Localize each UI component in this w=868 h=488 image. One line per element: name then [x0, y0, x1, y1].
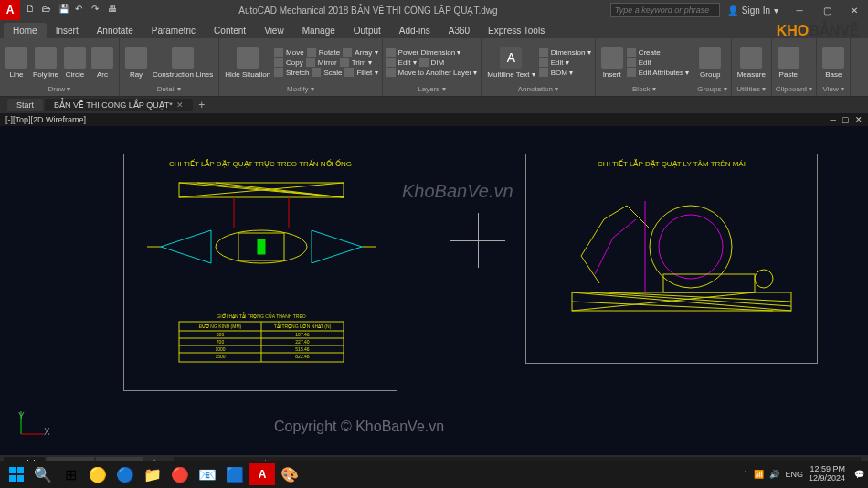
edit-block-button[interactable]: Edit	[627, 58, 690, 67]
sign-in-label: Sign In	[742, 5, 770, 16]
panel-group-label: Groups ▾	[697, 84, 726, 94]
copy-button[interactable]: Copy Mirror Trim ▾	[274, 58, 377, 67]
move-button[interactable]: Move Rotate Array ▾	[274, 48, 377, 57]
explorer-icon[interactable]: 📁	[140, 463, 165, 485]
panel-clipboard: Paste Clipboard ▾	[772, 38, 817, 96]
svg-line-32	[572, 292, 791, 311]
file-tab-active[interactable]: BẢN VẼ THI CÔNG LẮP QUẠT*✕	[45, 99, 193, 111]
svg-point-40	[755, 270, 773, 288]
create-block-button[interactable]: Create	[627, 48, 690, 57]
tab-output[interactable]: Output	[344, 23, 390, 38]
tab-content[interactable]: Content	[205, 23, 255, 38]
vp-max-icon[interactable]: ▢	[842, 115, 850, 124]
drawing-canvas[interactable]: CHI TIẾT LẮP ĐẶT QUẠT TRỤC TREO TRẦN NỐI…	[0, 126, 868, 455]
drawing-frame-left: CHI TIẾT LẮP ĐẶT QUẠT TRỤC TREO TRẦN NỐI…	[123, 154, 397, 391]
edit-layer-button[interactable]: Edit ▾ DIM	[386, 58, 478, 67]
ray-button[interactable]: Ray	[123, 45, 149, 80]
panel-clipboard-label: Clipboard ▾	[776, 84, 812, 94]
arc-button[interactable]: Arc	[90, 45, 115, 80]
svg-text:ĐƯỜNG KÍNH (MM): ĐƯỜNG KÍNH (MM)	[199, 324, 242, 329]
panel-utilities: Measure Utilities ▾	[732, 38, 772, 96]
paste-button[interactable]: Paste	[776, 45, 801, 80]
bom-button[interactable]: BOM ▾	[539, 68, 591, 77]
tab-addins[interactable]: Add-ins	[390, 23, 439, 38]
system-tray[interactable]: ˄ 📶 🔊 ENG 12:59 PM12/9/2024 💬	[744, 465, 864, 483]
hide-situation-button[interactable]: Hide Situation	[223, 45, 272, 80]
group-button[interactable]: Group	[697, 45, 723, 80]
taskbar-clock[interactable]: 12:59 PM12/9/2024	[809, 465, 849, 483]
close-tab-icon[interactable]: ✕	[176, 101, 184, 110]
svg-rect-47	[17, 475, 24, 482]
svg-text:GIỚI HẠN TẢI TRỌNG CỦA THANH T: GIỚI HẠN TẢI TRỌNG CỦA THANH TREO	[217, 312, 305, 319]
vp-close-icon[interactable]: ✕	[855, 115, 863, 124]
search-icon[interactable]: 🔍	[30, 463, 56, 485]
tab-home[interactable]: Home	[4, 23, 47, 38]
task-view-icon[interactable]: ⊞	[58, 463, 83, 485]
panel-utilities-label: Utilities ▾	[736, 84, 767, 94]
vp-min-icon[interactable]: ─	[831, 115, 836, 124]
polyline-button[interactable]: Polyline	[31, 45, 60, 80]
svg-text:515.46: 515.46	[295, 346, 310, 352]
multiline-text-button[interactable]: AMultiline Text ▾	[485, 45, 536, 80]
edit-anno-button[interactable]: Edit ▾	[539, 58, 591, 67]
start-button[interactable]	[4, 463, 29, 485]
viewport-header: [-][Top][2D Wireframe] ─▢✕	[0, 113, 868, 126]
maximize-button[interactable]: ▢	[813, 0, 841, 20]
autocad-logo[interactable]: A	[0, 0, 20, 20]
panel-detail-label: Detail ▾	[123, 84, 215, 94]
help-search-input[interactable]	[610, 3, 720, 17]
svg-text:822.48: 822.48	[295, 354, 310, 359]
language-indicator[interactable]: ENG	[785, 470, 803, 479]
dimension-button[interactable]: Dimension ▾	[539, 48, 591, 57]
autocad-taskbar-icon[interactable]: A	[249, 463, 275, 485]
viewport-label[interactable]: [-][Top][2D Wireframe]	[5, 115, 86, 124]
chrome-icon[interactable]: 🔴	[167, 463, 193, 485]
tab-express[interactable]: Express Tools	[479, 23, 554, 38]
tray-chevron-icon[interactable]: ˄	[744, 470, 748, 479]
panel-draw: Line Polyline Circle Arc Draw ▾	[0, 38, 120, 96]
new-tab-button[interactable]: +	[195, 99, 209, 111]
edit-attr-button[interactable]: Edit Attributes ▾	[627, 68, 690, 77]
tab-view[interactable]: View	[255, 23, 293, 38]
watermark-copyright: Copyright © KhoBanVe.vn	[274, 419, 444, 435]
ribbon-tab-strip: Home Insert Annotate Parametric Content …	[0, 20, 868, 38]
sign-in-button[interactable]: 👤 Sign In ▾	[720, 5, 786, 16]
edge-icon[interactable]: 🔵	[112, 463, 138, 485]
tab-insert[interactable]: Insert	[47, 23, 88, 38]
insert-button[interactable]: Insert	[599, 45, 625, 80]
svg-text:227.40: 227.40	[295, 339, 310, 345]
panel-view: Base View ▾	[817, 38, 851, 96]
tab-annotate[interactable]: Annotate	[88, 23, 143, 38]
tab-a360[interactable]: A360	[439, 23, 479, 38]
svg-line-4	[216, 183, 344, 197]
svg-rect-46	[9, 475, 16, 482]
svg-text:1000: 1000	[215, 346, 225, 352]
wifi-icon[interactable]: 📶	[754, 470, 764, 479]
circle-button[interactable]: Circle	[62, 45, 88, 80]
app-icon[interactable]: 🎨	[277, 463, 302, 485]
watermark-brand: KhoBanVe.vn	[402, 181, 513, 202]
stretch-button[interactable]: Stretch Scale Fillet ▾	[274, 68, 377, 77]
tab-parametric[interactable]: Parametric	[143, 23, 205, 38]
khobanve-logo: KHOBẢNVẼ	[777, 22, 859, 39]
svg-text:500: 500	[217, 332, 225, 337]
notification-icon[interactable]: 💬	[854, 470, 864, 479]
close-button[interactable]: ✕	[841, 0, 868, 20]
construction-lines-button[interactable]: Construction Lines	[151, 45, 215, 80]
measure-button[interactable]: Measure	[736, 45, 767, 80]
power-dimension-button[interactable]: Power Dimension ▾	[386, 48, 478, 57]
base-button[interactable]: Base	[820, 45, 846, 80]
tab-manage[interactable]: Manage	[293, 23, 344, 38]
ribbon: Line Polyline Circle Arc Draw ▾ Ray Cons…	[0, 38, 868, 97]
outlook-icon[interactable]: 🟦	[222, 463, 248, 485]
copilot-icon[interactable]: 🟡	[85, 463, 111, 485]
file-tab-start[interactable]: Start	[7, 99, 43, 111]
volume-icon[interactable]: 🔊	[769, 470, 779, 479]
quick-access-toolbar[interactable]: 🗋🗁💾↶↷🖶	[20, 4, 126, 16]
panel-annotation-label: Annotation ▾	[485, 84, 590, 94]
mail-icon[interactable]: 📧	[195, 463, 220, 485]
minimize-button[interactable]: ─	[786, 0, 813, 20]
panel-insert: Insert Create Edit Edit Attributes ▾ Blo…	[596, 38, 694, 96]
move-layer-button[interactable]: Move to Another Layer ▾	[386, 68, 478, 77]
line-button[interactable]: Line	[4, 45, 29, 80]
